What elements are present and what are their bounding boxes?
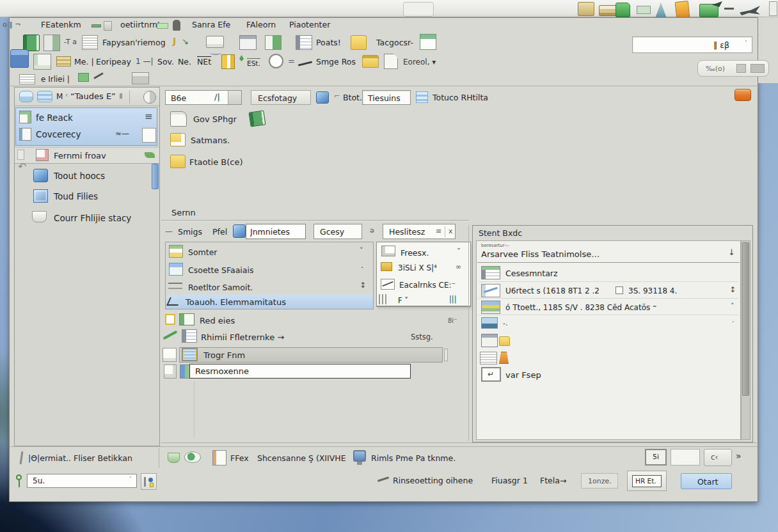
file-item-gov[interactable]: Gov SPhgr xyxy=(193,115,237,124)
taskbar-icon-orange-tool[interactable] xyxy=(675,1,690,19)
rimls-label[interactable]: Rimls Pme Pa tknme. xyxy=(371,454,456,463)
rp-header-arrow[interactable]: ↓ xyxy=(728,248,735,257)
sidebar-item-reack[interactable]: fe Reack xyxy=(36,113,73,123)
zoom-square-2[interactable] xyxy=(750,64,765,73)
blue-lines-icon[interactable] xyxy=(416,91,428,103)
book-icon-bottom[interactable] xyxy=(212,450,226,465)
sov-label[interactable]: Sov. xyxy=(157,58,174,66)
net-label[interactable]: NEt xyxy=(197,58,211,66)
rp-header[interactable]: Arsarvee Fliss Teatnimolse… xyxy=(481,250,599,259)
sidebar-item-courr[interactable]: Courr Fhlijie stacy xyxy=(54,214,131,223)
taskbar-icon-green-jacket[interactable] xyxy=(615,3,630,17)
rp-scrollbar-thumb[interactable] xyxy=(742,242,749,396)
back-arrow-glyph[interactable]: ↶ xyxy=(18,161,26,173)
menu-item-tools[interactable]: Piaotenter xyxy=(289,20,330,29)
split-window-icon[interactable] xyxy=(265,35,282,50)
list-item-somter[interactable]: Somter xyxy=(188,248,218,257)
file-item-ftaotie[interactable]: Ftaotie B(ce) xyxy=(189,158,243,167)
list-item-toauoh[interactable]: Toauoh. Elemmamitatus xyxy=(186,298,286,307)
blue-pill-icon-2[interactable] xyxy=(37,91,52,102)
hret-button[interactable]: HR Et. xyxy=(627,471,667,491)
battery-icon[interactable] xyxy=(221,54,235,69)
name-combo-dropdown[interactable] xyxy=(228,91,241,104)
shcensanne-label[interactable]: Shcensanne Ş (XIIVHE xyxy=(257,454,346,463)
sidebar-item-toud[interactable]: Toud Filies xyxy=(54,192,98,201)
smigs-label[interactable]: Smigs xyxy=(178,228,202,237)
box-5i[interactable]: 5i xyxy=(645,449,667,465)
poat-label[interactable]: Poats! xyxy=(316,38,341,47)
small-monitor-icon[interactable] xyxy=(78,73,89,82)
eoreol-label[interactable]: Eoreol, ▾ xyxy=(403,58,436,66)
row-item-trogr[interactable]: Trogr Fnm xyxy=(203,351,245,360)
pen-j-icon[interactable]: J xyxy=(173,36,176,46)
taskbar-icon-chip[interactable] xyxy=(637,6,651,14)
fiuasgr-label[interactable]: Fiuasgr 1 xyxy=(491,476,528,485)
big-blue-folder-icon[interactable] xyxy=(10,49,29,68)
trogr-scroll-nub[interactable] xyxy=(444,348,448,361)
white-square[interactable] xyxy=(142,128,156,143)
dd-menu-icon[interactable]: ≡ xyxy=(436,228,441,235)
me-label[interactable]: Me. | xyxy=(74,58,94,66)
green-dish-icon[interactable] xyxy=(184,451,201,463)
box-blank[interactable] xyxy=(671,449,700,465)
list-item-csoette[interactable]: Csoette SFaaiais xyxy=(188,266,253,275)
bottom-left-label[interactable]: |Θ|ermiat.. Fliser Betikkan xyxy=(28,454,132,463)
leaf-arrow-icon[interactable] xyxy=(145,152,155,158)
tab-totuco-label[interactable]: Totuco RHtilta xyxy=(433,93,488,102)
rename-input[interactable] xyxy=(189,364,411,379)
start-button[interactable]: Otart xyxy=(681,473,732,489)
rp-caret-glyph[interactable]: ˅ xyxy=(731,302,734,310)
sidebar-item-fernmi[interactable]: Fernmi froav xyxy=(54,152,106,160)
search-input[interactable] xyxy=(632,36,752,53)
icon-button[interactable] xyxy=(141,473,157,490)
tab-ecsfotagy[interactable]: Ecsfotagy xyxy=(251,90,311,105)
somter-caret[interactable]: ˅ xyxy=(360,247,363,254)
gcesy-combo[interactable]: Gcesy xyxy=(314,224,362,239)
hamburger-icon[interactable]: ≡ xyxy=(145,111,153,122)
toolbar1-label[interactable]: Fapysan'riemog xyxy=(102,38,166,47)
top-strip-tab[interactable] xyxy=(403,2,434,17)
green-table-icon[interactable] xyxy=(420,34,436,50)
tacgocsr-label[interactable]: Tacgocsr- xyxy=(376,38,413,47)
zoom-group[interactable]: ‰(o) xyxy=(697,60,769,77)
window-icon[interactable] xyxy=(239,35,257,50)
sidebar-item-toout[interactable]: Toout hoocs xyxy=(54,171,105,181)
onze-box[interactable]: 1onze. xyxy=(581,473,618,489)
ftela-label[interactable]: Ftela→ xyxy=(540,476,566,485)
ffex-label[interactable]: FFex xyxy=(230,454,249,463)
card-list-icon[interactable] xyxy=(33,54,51,70)
taskbar-icon-archive[interactable] xyxy=(578,2,594,16)
row-item-rhimii[interactable]: Rhimii Ffletrernke → xyxy=(201,333,284,342)
irliei-label[interactable]: e Irliei | xyxy=(41,75,70,84)
est-label[interactable]: ESt. xyxy=(247,58,260,68)
list-item-roetltor[interactable]: Roetltor Samoit. xyxy=(188,283,253,292)
dd-x-icon[interactable]: x xyxy=(449,228,453,235)
envelope-icon[interactable] xyxy=(206,36,224,48)
menu-item-view[interactable]: Sanra Efe xyxy=(192,20,230,29)
mini-item-freesx[interactable]: Freesx. xyxy=(401,249,429,258)
menu-item-run[interactable]: FAleorn xyxy=(246,20,276,29)
rp-row-ttoett[interactable]: ó Ttoett., 1185 S/V . 8238 Cêd Acatös ⁼ xyxy=(505,304,656,312)
file-item-satmans[interactable]: Satmans. xyxy=(191,136,230,145)
heslitesz-dropdown[interactable]: Heslitesz ≡ x xyxy=(383,224,456,239)
bottom-input[interactable] xyxy=(27,474,137,488)
open-folder-icon[interactable] xyxy=(362,55,379,68)
tab-tiesuins[interactable]: Tiesuins xyxy=(362,90,411,105)
name-combo[interactable]: B6e /| xyxy=(165,90,242,105)
mini-item-eacalrnks[interactable]: Eacalrnks CE:⁻ xyxy=(399,281,456,290)
filter-input[interactable] xyxy=(246,224,306,239)
ne-label[interactable]: Ne. xyxy=(178,58,191,66)
rp-row-var[interactable]: var Fsep xyxy=(505,371,541,380)
rp-row-cesesmntarz[interactable]: Cesesmntarz xyxy=(505,269,558,278)
server-icon[interactable] xyxy=(316,91,329,104)
mini-item-f[interactable]: F ˅ xyxy=(398,297,408,305)
rp-updown-glyph[interactable]: ↕ xyxy=(729,286,736,294)
taskbar-icon-panel[interactable] xyxy=(769,1,777,16)
menu-item-edit[interactable]: oetiirtnrnt xyxy=(120,20,161,29)
rp-row-u6rtect[interactable]: U6rtect s (1618 8T1 2 .2 xyxy=(505,287,599,295)
menu-button-icon[interactable] xyxy=(104,21,112,31)
roetltor-updown[interactable]: ↕ xyxy=(360,281,366,290)
sidebar-item-covcerecy[interactable]: Covcerecy xyxy=(36,130,81,139)
chevrons-glyph[interactable]: » xyxy=(736,451,742,461)
list-lines-icon[interactable] xyxy=(82,35,98,50)
